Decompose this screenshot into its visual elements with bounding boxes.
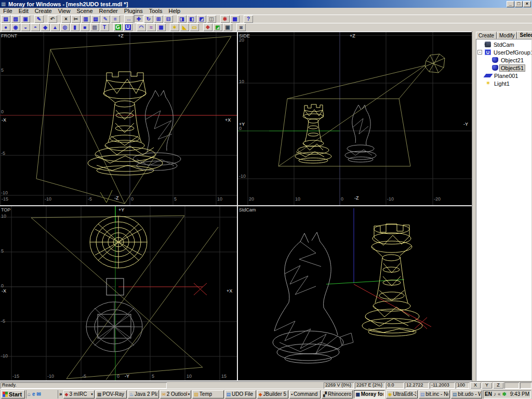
preview-button[interactable]: ✱ [220, 15, 230, 23]
panel-splitter[interactable] [472, 31, 475, 381]
create-sweep-button[interactable]: ≈ [147, 23, 156, 31]
render-region-button[interactable]: ◩ [197, 15, 206, 23]
materials-button[interactable]: ◩ [213, 23, 222, 31]
close-button[interactable]: × [523, 1, 531, 7]
task-moray[interactable]: ▦ Moray for ... [354, 390, 385, 398]
create-mesh-button[interactable]: ▦ [156, 23, 166, 31]
knight-wireframe[interactable] [273, 232, 353, 363]
task-jbuilder[interactable]: ◆ JBuilder 5 - ... [257, 390, 288, 398]
language-indicator[interactable]: EN [485, 391, 492, 397]
side-viewport[interactable]: SIDE +Z -Z +Y -Y 20 10 0 -10 -20 20 10 0… [238, 32, 472, 205]
camera-viewport[interactable]: StdCam [238, 206, 472, 380]
tree-item[interactable]: Object21 [476, 56, 531, 64]
rotate-tool-button[interactable]: ↻ [144, 15, 153, 23]
task-temp[interactable]: ▨ Temp [192, 390, 223, 398]
task-java[interactable]: ♨ Java 2 Platf... [128, 390, 159, 398]
minimize-button[interactable]: _ [507, 1, 514, 7]
x-axis-button[interactable]: X [470, 382, 481, 389]
create-cylinder-button[interactable]: ▮ [70, 23, 79, 31]
menu-item[interactable]: Create [32, 8, 55, 15]
task-mirc[interactable]: ◆ 3 mIRC ▾ [63, 390, 95, 398]
menu-item[interactable]: File [0, 8, 16, 15]
translate-tool-button[interactable]: ↔ [124, 15, 134, 23]
new-file-button[interactable]: ▤ [1, 15, 10, 23]
create-heightfield-button[interactable]: ▨ [90, 23, 99, 31]
camera-viewport-canvas[interactable] [238, 206, 472, 380]
create-cone-button[interactable]: ▲ [50, 23, 60, 31]
expander-icon[interactable]: - [477, 50, 482, 55]
clock[interactable]: 9:43 PM [510, 391, 529, 397]
open-file-button[interactable]: ▧ [11, 15, 20, 23]
dome-button[interactable]: ▣ [223, 23, 232, 31]
create-ellipsoid-button[interactable]: ◒ [21, 23, 30, 31]
animation-button[interactable]: ❖ [203, 23, 212, 31]
copy-button[interactable]: ▥ [81, 15, 90, 23]
menu-item[interactable]: Scene [73, 8, 96, 15]
object-list-button[interactable]: ≡ [111, 15, 120, 23]
create-polygon-button[interactable]: ◆ [41, 23, 50, 31]
y-axis-button[interactable]: Y [482, 382, 492, 389]
desktop-icon[interactable]: ⌂ [28, 391, 31, 397]
front-viewport[interactable]: FRONT +Z -Z -X +X -15 -10 -5 0 5 10 5 0 … [0, 32, 237, 205]
delete-button[interactable]: × [61, 15, 71, 23]
area-light-button[interactable]: ▭ [190, 23, 199, 31]
undo-button[interactable]: ↶ [48, 15, 57, 23]
split-view-button[interactable]: ⊟ [164, 15, 173, 23]
task-ultraedit[interactable]: ◉ UltraEdit-32 [386, 390, 417, 398]
task-command[interactable]: ▪ Command P... [289, 390, 321, 398]
side-viewport-canvas[interactable] [238, 32, 472, 205]
collapse-icon[interactable]: « [498, 391, 501, 397]
tree-item[interactable]: ✶ Light1 [476, 79, 531, 87]
tree-item[interactable]: Object51 [476, 64, 531, 72]
create-text-button[interactable]: T [100, 23, 109, 31]
rook-wireframe[interactable] [362, 224, 422, 336]
create-lathe-button[interactable]: ◠ [137, 23, 146, 31]
menu-item[interactable]: Plugins [121, 8, 146, 15]
panel-tab[interactable]: Select [517, 31, 532, 39]
start-button[interactable]: Start [1, 390, 25, 398]
knight-wireframe[interactable] [133, 90, 181, 170]
z-axis-button[interactable]: Z [493, 382, 503, 389]
panel-tab[interactable]: Modify [497, 32, 517, 39]
toolbar-overflow-chevron[interactable]: » [59, 391, 62, 397]
rook-top-wireframe[interactable] [90, 216, 147, 268]
browser-icon[interactable]: e [32, 391, 35, 397]
restore-button[interactable]: □ [515, 1, 523, 7]
knight-wireframe[interactable] [345, 105, 376, 162]
tree-item[interactable]: StdCam [476, 41, 531, 48]
mail-icon[interactable]: ✉ [37, 391, 41, 397]
csg-group-button[interactable]: G [113, 23, 123, 31]
tree-item[interactable]: Plane001 [476, 72, 531, 79]
create-sphere-button[interactable]: ● [1, 23, 10, 31]
task-povray[interactable]: ▦ POV-Ray fo... [96, 390, 127, 398]
task-bit-inc[interactable]: ▤ bit.inc - Not... [419, 390, 450, 398]
render-pause-button[interactable]: ◫ [207, 15, 216, 23]
paste-button[interactable]: ▤ [91, 15, 100, 23]
create-disc-button[interactable]: ◓ [31, 23, 40, 31]
help-button[interactable]: ? [244, 15, 253, 23]
cut-button[interactable]: ✂ [71, 15, 81, 23]
export-povray-button[interactable]: ✎ [34, 15, 44, 23]
menu-item[interactable]: Help [165, 8, 183, 15]
quad-view-button[interactable]: ⊞ [154, 15, 163, 23]
menu-item[interactable]: Edit [16, 8, 32, 15]
save-file-button[interactable]: ▣ [21, 15, 30, 23]
render-scene-button[interactable]: ◨ [177, 15, 187, 23]
camera-wireframe[interactable] [425, 54, 445, 73]
front-viewport-canvas[interactable] [0, 32, 237, 205]
create-torus-button[interactable]: ◎ [60, 23, 70, 31]
menu-item[interactable]: View [55, 8, 74, 15]
top-viewport-canvas[interactable] [0, 206, 237, 380]
icq-icon[interactable]: ✽ [502, 391, 506, 397]
rook-wireframe[interactable] [88, 72, 163, 175]
volume-icon[interactable]: ♪ [494, 391, 496, 397]
menu-item[interactable]: Tools [146, 8, 166, 15]
task-bit-udo[interactable]: ▤ bit.udo - W... [451, 390, 482, 398]
knight-top-wireframe[interactable] [86, 302, 142, 352]
render-camera-button[interactable]: ◙ [236, 23, 246, 31]
render-view-button[interactable]: ◧ [187, 15, 196, 23]
tree-item[interactable]: - U UserDefGroup1 [476, 48, 531, 56]
create-blob-button[interactable]: ◉ [11, 23, 20, 31]
point-light-button[interactable]: ✶ [170, 23, 179, 31]
task-udo-file[interactable]: ▤ UDO File Fo... [225, 390, 256, 398]
